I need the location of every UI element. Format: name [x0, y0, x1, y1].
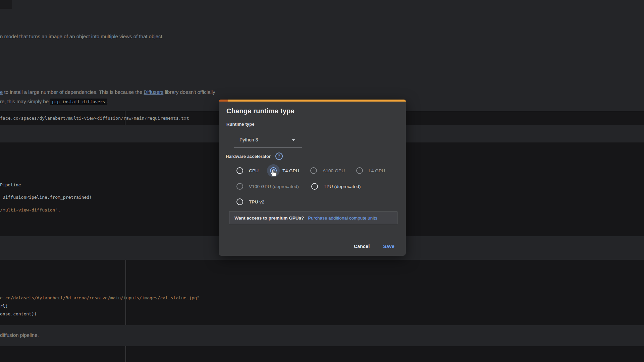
radio-icon[interactable]: [310, 167, 317, 174]
code-line-image-url: e.co/datasets/dylanebert/3d-arena/resolv…: [0, 295, 200, 300]
dialog-title: Change runtime type: [226, 107, 294, 115]
diffusers-link[interactable]: Diffusers: [144, 89, 163, 95]
code-line-url-close: rl): [0, 304, 8, 309]
radio-option-l4-gpu[interactable]: L4 GPU: [356, 167, 385, 174]
runtime-type-value: Python 3: [239, 132, 258, 147]
radio-option-tpu-v2[interactable]: TPU v2: [236, 198, 264, 205]
notebook-caption: diffusion pipeline.: [0, 332, 39, 338]
requirements-url-link[interactable]: face.co/spaces/dylanebert/multi-view-dif…: [0, 116, 189, 121]
pip-text-pre: re, this may simply be: [0, 99, 50, 104]
deps-text-pre: to install a large number of dependencie…: [3, 89, 144, 95]
radio-option-t4-gpu[interactable]: T4 GPU: [270, 167, 299, 174]
purchase-compute-units-link[interactable]: Purchase additional compute units: [308, 216, 377, 221]
hardware-accelerator-label: Hardware accelerator: [226, 154, 271, 159]
corner-fragment: [0, 0, 12, 9]
deps-text-post: library doesn't officially: [163, 89, 215, 95]
cell-divider: [125, 260, 126, 325]
premium-banner-text: Want access to premium GPUs?: [234, 216, 304, 221]
runtime-type-select[interactable]: Python 3: [234, 132, 302, 147]
radio-option-v100-gpu[interactable]: V100 GPU (deprecated): [236, 183, 299, 190]
change-runtime-type-dialog: Change runtime type Runtime type Python …: [219, 100, 406, 256]
dialog-actions: Cancel Save: [350, 242, 398, 251]
radio-icon[interactable]: [236, 167, 243, 174]
radio-option-a100-gpu[interactable]: A100 GPU: [310, 167, 345, 174]
radio-option-tpu[interactable]: TPU (deprecated): [311, 183, 361, 190]
notebook-paragraph-deps: e to install a large number of dependenc…: [0, 89, 215, 95]
notebook-paragraph-pip: re, this may simply be pip install diffu…: [0, 99, 108, 104]
cancel-button[interactable]: Cancel: [350, 242, 374, 251]
radio-icon[interactable]: [356, 167, 363, 174]
code-cell-bottom: [0, 346, 644, 362]
code-cell-image: e.co/datasets/dylanebert/3d-arena/resolv…: [0, 260, 644, 325]
code-line-response-content: onse.content)): [0, 311, 37, 316]
save-button[interactable]: Save: [379, 242, 398, 251]
code-line-pipeline: Pipeline: [0, 182, 21, 187]
code-line-model-string: /multi-view-diffusion",: [0, 207, 60, 213]
pip-text-post: .: [107, 99, 108, 104]
pip-install-code-chip: pip install diffusers: [50, 99, 107, 105]
runtime-type-label: Runtime type: [226, 122, 255, 127]
code-line-from-pretrained: DiffusionPipeline.from_pretrained(: [0, 195, 92, 200]
radio-icon[interactable]: [311, 183, 318, 190]
premium-gpu-banner: Want access to premium GPUs? Purchase ad…: [229, 212, 397, 224]
radio-icon[interactable]: [236, 198, 243, 205]
chevron-down-icon: [292, 139, 295, 141]
help-icon[interactable]: ?: [275, 153, 283, 160]
radio-icon-selected[interactable]: [270, 167, 277, 174]
radio-option-cpu[interactable]: CPU: [236, 167, 259, 174]
cell-divider: [125, 346, 126, 362]
dialog-accent-bar: [219, 100, 406, 102]
notebook-paragraph-top: n model that turns an image of an object…: [0, 34, 164, 39]
radio-icon[interactable]: [236, 183, 243, 190]
